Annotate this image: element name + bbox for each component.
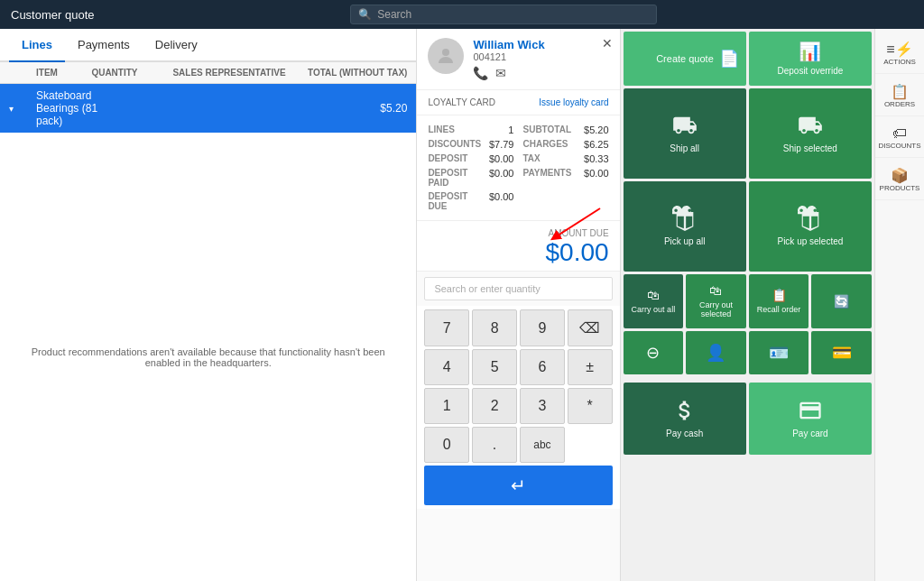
numpad-backspace[interactable]: ⌫ [568,309,613,346]
numpad-3[interactable]: 3 [520,388,565,424]
issue-loyalty-button[interactable]: Issue loyalty card [539,97,608,107]
customer-name: William Wick [473,38,608,51]
numpad-1[interactable]: 1 [424,388,469,424]
pick-up-all-label: Pick up all [664,236,706,247]
email-icon[interactable]: ✉ [495,66,506,80]
recall-order-button[interactable]: 📋 Recall order [749,274,809,328]
customer-contact-icons: 📞 ✉ [473,66,608,80]
pay-cash-icon [672,398,698,425]
deposit-paid-value: $0.00 [489,168,514,188]
search-box[interactable]: 🔍 Search [350,5,657,24]
table-row[interactable]: ▾ Skateboard Bearings (8 pack) 1 $5.20 [0,84,416,133]
minus-icon: ⊖ [646,343,660,363]
payments-label: PAYMENTS [522,168,571,179]
deposit-override-label: Deposit override [777,66,843,77]
phone-icon[interactable]: 📞 [473,66,488,80]
customer-header: William Wick 004121 📞 ✉ ✕ [417,29,619,90]
extra-button-4[interactable]: 🔄 [811,274,872,328]
recall-order-icon: 📋 [772,288,787,302]
numpad-0[interactable]: 0 [424,427,469,463]
pay-card-icon [798,398,823,425]
pick-up-selected-icon [798,206,823,233]
numpad-enter[interactable]: ↵ [424,466,612,505]
avatar [428,38,464,74]
deposit-override-button[interactable]: 📊 Deposit override [749,32,872,86]
numpad-5[interactable]: 5 [472,349,517,385]
tab-delivery[interactable]: Delivery [143,29,210,62]
row-item: Skateboard Bearings (8 pack) [36,89,91,127]
search-icon: 🔍 [358,8,372,21]
actions-label: ACTIONS [883,58,916,66]
deposit-value: $0.00 [489,153,514,164]
subtotal-label: SUBTOTAL [522,124,571,135]
left-panel: Lines Payments Delivery ITEM QUANTITY SA… [0,29,417,581]
numpad-8[interactable]: 8 [472,309,517,346]
pay-card-label: Pay card [792,429,827,439]
amount-due-label: AMOUNT DUE [428,228,608,238]
tab-payments[interactable]: Payments [65,29,143,62]
pay-buttons-row: Pay cash Pay card [621,380,874,457]
numpad-abc[interactable]: abc [520,427,565,463]
minus-button[interactable]: ⊖ [624,331,684,374]
row-chevron: ▾ [9,104,36,114]
sidebar-item-products[interactable]: 📦 PRODUCTS [875,160,924,200]
payments-value: $0.00 [584,168,609,179]
create-quote-button[interactable]: Create quote 📄 [624,32,746,86]
carry-out-selected-button[interactable]: 🛍 Carry out selected [686,274,746,328]
sidebar-item-orders[interactable]: 📋 ORDERS [875,76,924,116]
tabs: Lines Payments Delivery [0,29,416,62]
tab-lines[interactable]: Lines [9,29,65,62]
sidebar-item-discounts[interactable]: 🏷 DISCOUNTS [875,118,924,158]
pay-cash-button[interactable]: Pay cash [624,383,746,455]
ship-action-buttons: Ship all Ship selected [621,88,874,181]
amount-due-value: $0.00 [428,238,608,267]
create-quote-label: Create quote [631,53,714,64]
carry-out-selected-label: Carry out selected [691,301,741,319]
pick-up-all-button[interactable]: Pick up all [624,181,746,272]
id-button[interactable]: 🪪 [749,331,809,374]
main-layout: Lines Payments Delivery ITEM QUANTITY SA… [0,29,924,581]
numpad-7[interactable]: 7 [424,309,469,346]
customer-info: William Wick 004121 📞 ✉ [473,38,608,80]
subtotal-value: $5.20 [584,124,609,135]
col-header-total: TOTAL (WITHOUT TAX) [299,68,407,78]
carry-out-all-label: Carry out all [632,306,676,315]
numpad-4[interactable]: 4 [424,349,469,385]
numpad-6[interactable]: 6 [520,349,565,385]
pick-up-selected-button[interactable]: Pick up selected [749,181,872,272]
card-button[interactable]: 💳 [811,331,872,374]
pick-up-selected-label: Pick up selected [777,236,843,247]
numpad-plusminus[interactable]: ± [568,349,613,385]
carry-out-all-button[interactable]: 🛍 Carry out all [624,274,684,328]
ship-selected-icon [798,113,823,140]
numpad-dot[interactable]: . [472,427,517,463]
numpad-multiply[interactable]: * [568,388,613,424]
recommendations-text: Product recommendations aren't available… [18,346,398,368]
top-action-buttons: Create quote 📄 📊 Deposit override [621,29,874,88]
col-header-salesrep: SALES REPRESENTATIVE [172,68,299,78]
deposit-due-label: DEPOSIT DUE [428,191,489,211]
person-button[interactable]: 👤 [686,331,746,374]
pick-up-all-icon [672,206,698,233]
title-bar: Customer quote 🔍 Search [0,0,924,29]
search-placeholder: Search [377,8,411,21]
carry-out-selected-icon: 🛍 [709,283,722,298]
close-button[interactable]: ✕ [602,36,613,51]
create-quote-icon: 📄 [719,49,739,69]
sidebar-item-actions[interactable]: ≡⚡ ACTIONS [875,33,924,74]
icon-buttons-row: ⊖ 👤 🪪 💳 [621,331,874,377]
numpad-9[interactable]: 9 [520,309,565,346]
numpad: 7 8 9 ⌫ 4 5 6 ± 1 2 3 * 0 . abc ↵ [417,306,619,509]
app-title: Customer quote [11,8,95,22]
pickup-action-buttons: Pick up all Pick up selected [621,181,874,274]
products-icon: 📦 [891,167,909,184]
row-qty: 1 [91,102,172,115]
search-quantity-input[interactable]: Search or enter quantity [424,277,612,300]
pay-card-button[interactable]: Pay card [749,383,872,455]
charges-value: $6.25 [584,139,609,150]
ship-selected-button[interactable]: Ship selected [749,88,872,179]
loyalty-card-label: LOYALTY CARD [428,97,494,107]
ship-all-button[interactable]: Ship all [624,88,746,179]
sidebar-icons: ≡⚡ ACTIONS 📋 ORDERS 🏷 DISCOUNTS 📦 PRODUC… [874,29,924,581]
numpad-2[interactable]: 2 [472,388,517,424]
